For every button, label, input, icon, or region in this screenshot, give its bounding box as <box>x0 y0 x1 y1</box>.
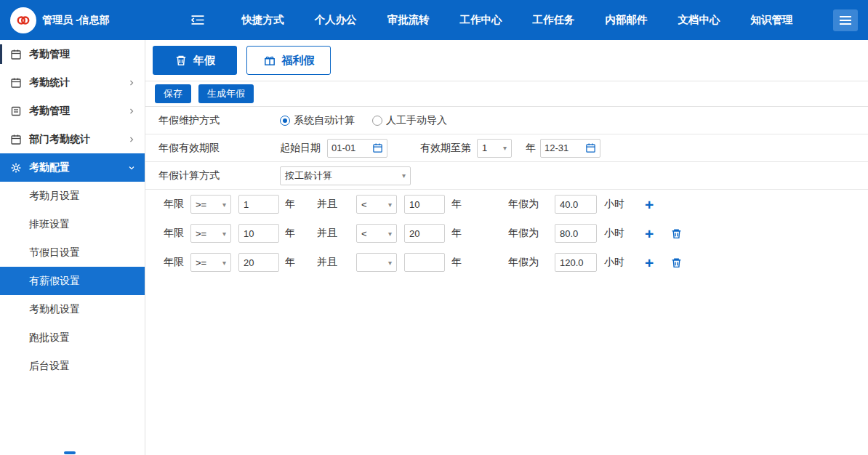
sidebar-subitem-backend-settings[interactable]: 后台设置 <box>0 352 145 380</box>
and-label: 并且 <box>317 198 337 211</box>
leave-hours-input[interactable] <box>555 253 597 272</box>
radio-manual-import[interactable]: 人工手动导入 <box>372 114 447 127</box>
hours-unit-label: 小时 <box>604 256 624 269</box>
active-route-indicator <box>0 44 2 64</box>
start-date-input[interactable] <box>331 142 372 153</box>
end-date-input[interactable] <box>544 142 585 153</box>
sidebar-item-label: 部门考勤统计 <box>29 133 90 146</box>
select-value: 1 <box>482 142 487 153</box>
max-operator-select[interactable]: < ▾ <box>356 195 397 214</box>
max-years-input[interactable] <box>404 224 445 243</box>
sidebar-subitem-batch-settings[interactable]: 跑批设置 <box>0 323 145 352</box>
sidebar-subitem-holiday-settings[interactable]: 节假日设置 <box>0 238 145 267</box>
max-years-input[interactable] <box>404 195 445 214</box>
delete-rule-icon[interactable] <box>670 227 683 240</box>
sidebar-item-attendance-mgmt-2[interactable]: 考勤管理 <box>0 97 145 125</box>
calendar-icon[interactable] <box>585 142 596 153</box>
leave-rule-row: 年限 >= ▾ 年 并且 < ▾ 年 年假为 小时 + <box>145 190 868 219</box>
calc-method-select[interactable]: 按工龄计算 ▾ <box>280 166 411 185</box>
max-years-input[interactable] <box>404 253 445 272</box>
tab-welfare-leave[interactable]: 福利假 <box>246 46 331 75</box>
leave-hours-input[interactable] <box>555 224 597 243</box>
delete-rule-icon[interactable] <box>670 257 683 269</box>
select-value: >= <box>196 228 206 239</box>
valid-until-year-select[interactable]: 1 ▾ <box>477 139 512 158</box>
nav-work-tasks[interactable]: 工作任务 <box>533 13 575 27</box>
nav-work-center[interactable]: 工作中心 <box>460 13 502 27</box>
nav-approval-flow[interactable]: 审批流转 <box>387 13 430 27</box>
year-unit-label: 年 <box>285 227 295 240</box>
radio-auto-calculate[interactable]: 系统自动计算 <box>280 114 355 127</box>
chevron-right-icon <box>127 78 136 87</box>
calendar-icon <box>10 49 22 60</box>
min-operator-select[interactable]: >= ▾ <box>190 195 231 214</box>
main-content: 年假 福利假 保存 生成年假 年假维护方式 系统自动计算 人工手动导入 <box>145 40 868 455</box>
hamburger-menu-icon[interactable] <box>833 9 858 31</box>
caret-down-icon: ▾ <box>222 259 226 267</box>
radio-label: 系统自动计算 <box>294 114 355 127</box>
company-logo-icon <box>10 7 36 33</box>
sidebar-item-attendance-config[interactable]: 考勤配置 <box>0 153 145 182</box>
caret-down-icon: ▾ <box>503 144 507 152</box>
add-rule-icon[interactable]: + <box>645 226 654 241</box>
calc-method-label: 年假计算方式 <box>158 169 280 182</box>
tab-annual-leave[interactable]: 年假 <box>153 46 237 75</box>
nav-knowledge-mgmt[interactable]: 知识管理 <box>751 13 793 27</box>
gift-icon <box>263 54 276 67</box>
leave-amount-label: 年假为 <box>508 198 539 211</box>
sidebar-subitem-label: 排班设置 <box>29 218 70 231</box>
chevron-right-icon <box>127 135 136 144</box>
sidebar-item-attendance-mgmt[interactable]: 考勤管理 <box>0 40 145 68</box>
max-operator-select[interactable]: ▾ <box>356 253 397 272</box>
sidebar-subitem-month-settings[interactable]: 考勤月设置 <box>0 182 145 210</box>
start-date-label: 起始日期 <box>280 142 321 155</box>
radio-selected-icon <box>280 116 290 126</box>
start-date-field <box>327 139 387 158</box>
leave-rule-row: 年限 >= ▾ 年 并且 < ▾ 年 年假为 小时 + <box>145 219 868 248</box>
caret-down-icon: ▾ <box>222 230 226 238</box>
sidebar-item-dept-attendance-stats[interactable]: 部门考勤统计 <box>0 125 145 153</box>
list-icon <box>10 105 22 117</box>
year-unit-label: 年 <box>285 198 295 211</box>
sidebar-scrollbar-thumb[interactable] <box>64 451 76 454</box>
trash-icon <box>174 54 188 67</box>
rule-label: 年限 <box>164 198 185 211</box>
gear-icon <box>10 162 22 174</box>
topbar: 管理员 -信息部 快捷方式 个人办公 审批流转 工作中心 工作任务 内部邮件 文… <box>0 0 868 40</box>
radio-unselected-icon <box>372 116 382 126</box>
calc-method-row: 年假计算方式 按工龄计算 ▾ <box>145 162 868 190</box>
leave-hours-input[interactable] <box>555 195 597 214</box>
calendar-icon <box>10 77 22 89</box>
nav-shortcuts[interactable]: 快捷方式 <box>242 13 284 27</box>
min-operator-select[interactable]: >= ▾ <box>190 224 231 243</box>
nav-internal-mail[interactable]: 内部邮件 <box>606 13 648 27</box>
generate-annual-leave-button[interactable]: 生成年假 <box>198 84 254 103</box>
current-user-label: 管理员 -信息部 <box>42 14 110 27</box>
max-operator-select[interactable]: < ▾ <box>356 224 397 243</box>
sidebar-subitem-label: 有薪假设置 <box>29 275 80 288</box>
tab-label: 年假 <box>193 54 215 68</box>
sidebar-item-attendance-stats[interactable]: 考勤统计 <box>0 68 145 97</box>
calendar-icon[interactable] <box>372 142 383 153</box>
sidebar-item-label: 考勤统计 <box>29 76 70 89</box>
leave-amount-label: 年假为 <box>508 256 539 269</box>
sidebar-subitem-label: 考勤月设置 <box>29 190 80 203</box>
nav-personal-office[interactable]: 个人办公 <box>315 13 357 27</box>
save-button[interactable]: 保存 <box>155 84 191 103</box>
collapse-menu-icon[interactable] <box>190 14 206 26</box>
add-rule-icon[interactable]: + <box>645 255 654 270</box>
sidebar-subitem-paid-leave-settings[interactable]: 有薪假设置 <box>0 267 145 295</box>
sidebar-subitem-attendance-machine-settings[interactable]: 考勤机设置 <box>0 295 145 323</box>
add-rule-icon[interactable]: + <box>645 197 654 212</box>
chevron-down-icon <box>127 164 136 172</box>
min-operator-select[interactable]: >= ▾ <box>190 253 231 272</box>
sidebar-subitem-shift-settings[interactable]: 排班设置 <box>0 210 145 238</box>
caret-down-icon: ▾ <box>222 201 226 209</box>
min-years-input[interactable] <box>238 253 279 272</box>
maintain-mode-row: 年假维护方式 系统自动计算 人工手动导入 <box>145 107 868 134</box>
nav-document-center[interactable]: 文档中心 <box>678 13 720 27</box>
min-years-input[interactable] <box>238 224 279 243</box>
sidebar-item-label: 考勤管理 <box>29 105 70 118</box>
min-years-input[interactable] <box>238 195 279 214</box>
maintain-mode-label: 年假维护方式 <box>158 114 280 127</box>
